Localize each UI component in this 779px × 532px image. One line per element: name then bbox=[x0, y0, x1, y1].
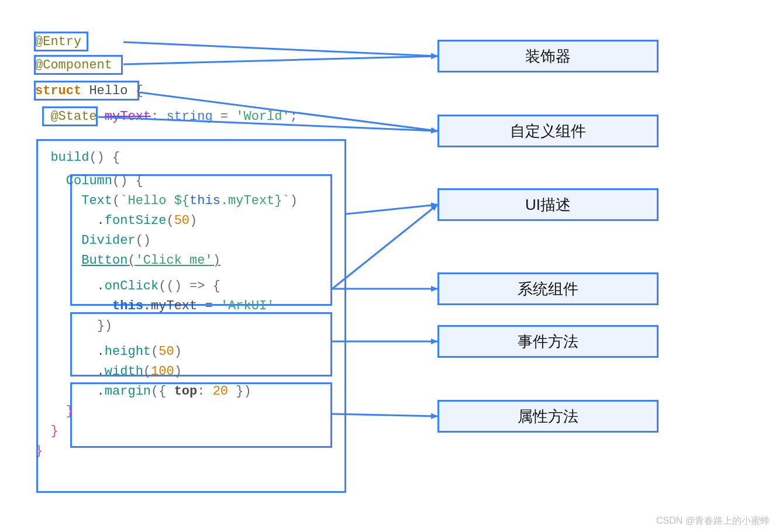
code-column-fn: Column bbox=[66, 174, 112, 188]
code-build-fn: build bbox=[50, 150, 89, 165]
label-decorator: 装饰器 bbox=[437, 40, 659, 72]
code-state-decorator: @State bbox=[50, 109, 96, 124]
label-system-component: 系统组件 bbox=[437, 272, 659, 305]
watermark-text: CSDN @青春路上的小蜜蜂 bbox=[656, 515, 770, 527]
code-divider-fn: Divider bbox=[81, 233, 135, 248]
code-button-fn: Button bbox=[81, 253, 127, 268]
code-struct-keyword: struct bbox=[35, 84, 81, 98]
code-text-fn: Text bbox=[81, 194, 112, 208]
label-custom-component: 自定义组件 bbox=[437, 115, 659, 147]
label-event-method: 事件方法 bbox=[437, 325, 659, 358]
code-block: @Entry @Component struct Hello { @State … bbox=[35, 32, 363, 461]
code-component-decorator: @Component bbox=[35, 58, 112, 72]
label-attribute-method: 属性方法 bbox=[437, 400, 659, 433]
code-struct-name: Hello bbox=[89, 84, 127, 98]
code-onclick-fn: onClick bbox=[105, 279, 158, 293]
code-state-var: myText bbox=[105, 109, 151, 124]
code-entry-decorator: @Entry bbox=[35, 34, 81, 49]
label-ui-description: UI描述 bbox=[437, 188, 659, 221]
